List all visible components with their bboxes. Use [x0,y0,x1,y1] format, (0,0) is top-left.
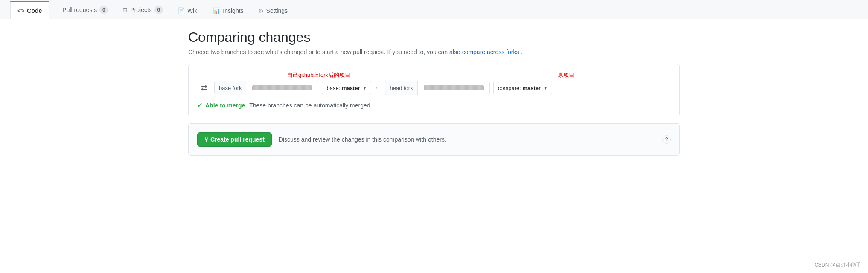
wiki-icon: 📄 [178,7,185,14]
projects-icon: ⊞ [122,6,128,13]
create-pr-box: ⑂ Create pull request Discuss and review… [188,123,680,156]
tab-wiki[interactable]: 📄 Wiki [170,2,206,19]
tab-projects[interactable]: ⊞ Projects 0 [115,0,170,19]
settings-icon: ⚙ [258,7,264,14]
head-fork-select[interactable]: head fork [385,81,489,95]
merge-status-green: Able to merge. [205,102,247,109]
compare-box: 自己github上fork后的项目 原项目 ⇄ base fork base: … [188,64,680,116]
annotation-right: 原项目 [427,71,671,79]
pr-description: Discuss and review the changes in this c… [279,136,446,143]
pr-icon: ⑂ [204,136,208,143]
annotation-left: 自己github上fork后的项目 [214,71,423,79]
head-fork-label: head fork [385,81,417,95]
compare-row: ⇄ base fork base: master ▼ ← head fork [197,81,671,95]
create-pull-request-button[interactable]: ⑂ Create pull request [197,132,272,147]
compare-forks-icon: ⇄ [197,83,211,93]
compare-branch-label: compare: [498,85,521,91]
main-content: Comparing changes Choose two branches to… [178,19,690,166]
base-branch-select[interactable]: base: master ▼ [322,81,371,95]
insights-icon: 📊 [213,7,220,14]
tab-pull-requests[interactable]: ⑂ Pull requests 0 [49,0,115,19]
pull-request-icon: ⑂ [56,6,60,13]
pull-requests-badge: 0 [99,6,108,14]
arrow-left-icon: ← [375,84,382,92]
compare-branch-select[interactable]: compare: master ▼ [493,81,552,95]
page-title: Comparing changes [188,29,680,45]
code-icon: <> [17,7,24,14]
projects-badge: 0 [154,6,163,14]
base-branch-label: base: [326,85,340,91]
tab-code[interactable]: <> Code [10,1,49,19]
tab-settings[interactable]: ⚙ Settings [251,2,295,19]
base-fork-label: base fork [215,81,246,95]
compare-branch-caret: ▼ [543,86,548,90]
base-branch-caret: ▼ [363,86,367,90]
nav-tabs: <> Code ⑂ Pull requests 0 ⊞ Projects 0 📄… [0,0,868,19]
base-fork-select[interactable]: base fork [214,81,318,95]
base-fork-value [246,81,318,95]
merge-status-text: These branches can be automatically merg… [249,102,372,109]
head-fork-repo-name [424,85,484,90]
help-icon[interactable]: ? [662,135,671,144]
base-fork-repo-name [252,85,312,90]
subtitle: Choose two branches to see what's change… [188,49,680,55]
merge-checkmark-icon: ✓ [197,101,203,109]
merge-status: ✓ Able to merge. These branches can be a… [197,101,671,109]
tab-insights[interactable]: 📊 Insights [206,2,250,19]
compare-across-forks-link[interactable]: compare across forks [462,49,519,55]
annotation-row: 自己github上fork后的项目 原项目 [197,71,671,79]
head-fork-value [418,81,489,95]
create-pr-left: ⑂ Create pull request Discuss and review… [197,132,446,147]
